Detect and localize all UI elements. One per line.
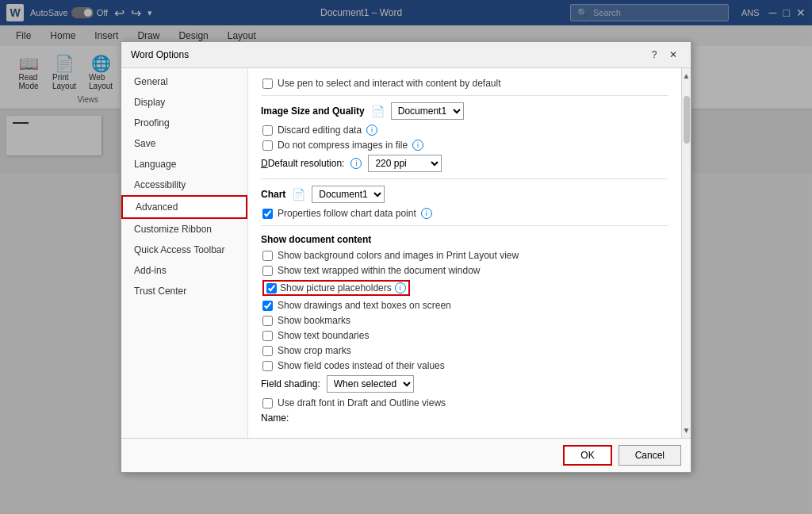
nav-display[interactable]: Display	[121, 92, 247, 113]
image-quality-header: Image Size and Quality	[261, 105, 365, 117]
image-quality-row: Image Size and Quality 📄 Document1	[261, 102, 668, 120]
no-compress-label: Do not compress images in file	[278, 140, 408, 151]
dialog-backdrop: Word Options ? ✕ General Display Proofin…	[0, 0, 812, 173]
default-resolution-row: DDefault resolution: i 220 ppi 96 ppi 15…	[261, 155, 668, 172]
word-options-dialog: Word Options ? ✕ General Display Proofin…	[121, 41, 691, 173]
scroll-up-button[interactable]: ▲	[683, 71, 691, 80]
discard-editing-row: Discard editing data i	[262, 125, 668, 136]
dialog-body: General Display Proofing Save Language A…	[121, 68, 691, 173]
image-quality-doc-select[interactable]: Document1	[391, 102, 464, 120]
no-compress-row: Do not compress images in file i	[262, 140, 668, 151]
scrollbar-thumb[interactable]	[684, 96, 690, 144]
nav-general[interactable]: General	[121, 71, 247, 92]
nav-save[interactable]: Save	[121, 133, 247, 154]
dialog-content: Use pen to select and interact with cont…	[248, 68, 681, 173]
dialog-titlebar: Word Options ? ✕	[121, 42, 691, 68]
no-compress-info-icon[interactable]: i	[412, 140, 423, 151]
pen-select-label: Use pen to select and interact with cont…	[278, 78, 501, 89]
dialog-help-button[interactable]: ?	[646, 47, 662, 63]
dialog-scrollbar[interactable]: ▲ ▼	[681, 68, 691, 173]
discard-editing-info-icon[interactable]: i	[366, 125, 377, 136]
nav-language[interactable]: Language	[121, 154, 247, 173]
resolution-info-icon[interactable]: i	[350, 158, 362, 169]
default-resolution-label: DDefault resolution:	[261, 158, 344, 169]
pen-select-checkbox[interactable]	[262, 79, 273, 89]
default-resolution-select[interactable]: 220 ppi 96 ppi 150 ppi 330 ppi High fide…	[368, 155, 442, 172]
dialog-nav: General Display Proofing Save Language A…	[121, 68, 248, 173]
nav-proofing[interactable]: Proofing	[121, 113, 247, 133]
pen-select-row: Use pen to select and interact with cont…	[262, 78, 668, 89]
discard-editing-label: Discard editing data	[278, 125, 362, 136]
dialog-title: Word Options	[131, 49, 189, 60]
no-compress-checkbox[interactable]	[262, 140, 273, 151]
image-quality-doc-icon: 📄	[371, 105, 385, 117]
discard-editing-checkbox[interactable]	[262, 125, 273, 136]
dialog-close-button[interactable]: ✕	[665, 47, 681, 63]
